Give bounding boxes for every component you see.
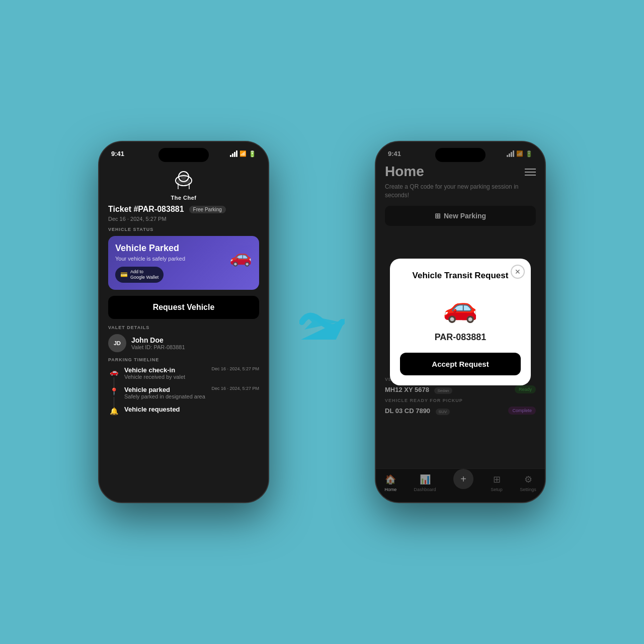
dynamic-island-1 (158, 148, 209, 162)
vehicle-transit-modal: ✕ Vehicle Transit Request 🚗 PAR-083881 A… (390, 259, 531, 385)
timeline-item-3: 🔔 Vehicle requested (108, 406, 259, 417)
valet-id: Valet ID: PAR-083881 (131, 344, 185, 350)
timeline-item-2: 📍 Vehicle parked Dec 16 · 2024, 5:27 PM … (108, 386, 259, 399)
parked-date: Dec 16 · 2024, 5:27 PM (211, 386, 259, 393)
parking-timeline: PARKING TIMELINE 🚗 Vehicle check-in Dec … (108, 357, 259, 417)
valet-row: JD John Doe Valet ID: PAR-083881 (108, 334, 259, 352)
accept-request-button[interactable]: Accept Request (400, 353, 521, 375)
parked-title: Vehicle parked (124, 386, 170, 393)
timeline-item: 🚗 Vehicle check-in Dec 16 · 2024, 5:27 P… (108, 366, 259, 380)
ticket-header: Ticket #PAR-083881 Free Parking (108, 205, 259, 214)
modal-overlay: ✕ Vehicle Transit Request 🚗 PAR-083881 A… (376, 142, 545, 502)
valet-avatar: JD (108, 334, 126, 352)
arrow-icon (299, 304, 345, 340)
requested-icon: 🔔 (108, 406, 119, 417)
battery-icon-1: 🔋 (249, 150, 256, 157)
svg-point-3 (181, 174, 187, 180)
checkin-desc: Vehicle received by valet (124, 374, 259, 380)
chef-logo (170, 167, 197, 194)
vehicle-parked-card: Vehicle Parked Your vehicle is safely pa… (108, 236, 259, 290)
wallet-icon: 💳 (120, 271, 128, 278)
modal-title: Vehicle Transit Request (400, 271, 521, 281)
valet-details-label: VALET DETAILS (108, 325, 259, 330)
vehicle-status-label: VEHICLE STATUS (108, 227, 259, 232)
chef-logo-svg (170, 167, 197, 194)
chef-logo-text: The Chef (171, 195, 196, 201)
google-wallet-btn[interactable]: 💳 Add toGoogle Wallet (115, 267, 164, 283)
phone-2: 9:41 📶 🔋 Home Create a QR code fo (375, 141, 546, 503)
ticket-number: Ticket #PAR-083881 (108, 205, 184, 214)
status-icons-1: 📶 🔋 (230, 150, 256, 157)
valet-name: John Doe (131, 336, 185, 344)
modal-ticket-id: PAR-083881 (400, 332, 521, 343)
time-1: 9:41 (111, 150, 124, 157)
logo-section: The Chef (108, 162, 259, 205)
requested-title: Vehicle requested (124, 406, 180, 413)
signal-bars-1 (230, 150, 237, 157)
free-parking-badge: Free Parking (189, 206, 226, 213)
ticket-date: Dec 16 · 2024, 5:27 PM (108, 216, 259, 222)
request-vehicle-button[interactable]: Request Vehicle (108, 296, 259, 319)
modal-car-icon: 🚗 (400, 291, 521, 324)
timeline-label: PARKING TIMELINE (108, 357, 259, 362)
modal-close-button[interactable]: ✕ (511, 265, 525, 279)
car-icon-parked: 🚗 (229, 246, 252, 267)
parked-icon: 📍 (108, 386, 119, 397)
checkin-title: Vehicle check-in (124, 366, 175, 374)
wifi-icon-1: 📶 (239, 150, 247, 157)
phone-1: 9:41 📶 🔋 (98, 141, 269, 503)
arrow-container (299, 304, 345, 340)
parked-desc: Safely parked in designated area (124, 393, 259, 399)
checkin-date: Dec 16 · 2024, 5:27 PM (211, 366, 259, 374)
checkin-icon: 🚗 (108, 366, 119, 377)
wallet-label: Add toGoogle Wallet (130, 269, 158, 280)
